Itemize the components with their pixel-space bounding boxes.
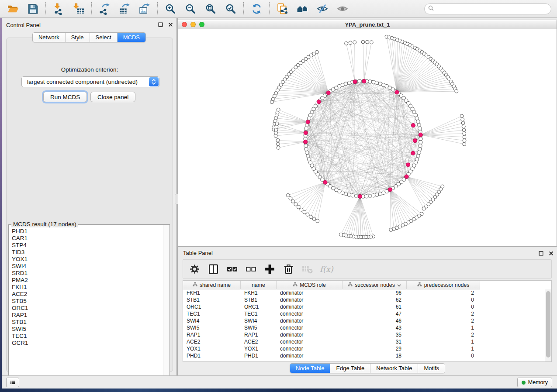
tab-node-table[interactable]: Node Table [290,364,330,373]
mcds-result-item[interactable]: FKH1 [12,284,163,291]
mcds-result-item[interactable]: PMA2 [12,277,163,284]
table-row[interactable]: SWI5SWI5connector431 [183,324,545,331]
settings-gear-icon[interactable] [188,263,201,275]
export-image-icon[interactable] [138,2,152,16]
network-canvas[interactable] [178,29,557,246]
mcds-result-item[interactable]: ORC1 [12,305,163,312]
add-column-icon[interactable] [263,263,276,275]
mcds-result-item[interactable]: STP4 [12,242,163,249]
table-toolbar: f(x) [183,259,552,279]
close-table-panel-icon[interactable] [548,251,554,256]
cell-name: RAP1 [241,332,277,338]
mcds-result-item[interactable]: TID3 [12,249,163,256]
column-header-name[interactable]: name [241,281,277,289]
tab-network[interactable]: Network [33,33,65,42]
import-table-icon[interactable] [72,2,86,16]
float-window-icon[interactable] [158,22,163,27]
mcds-result-item[interactable]: CAR1 [12,235,163,242]
select-all-icon[interactable] [226,263,238,275]
cell-predecessor_nodes: 2 [407,318,480,324]
close-panel-button[interactable]: Close panel [90,92,135,102]
tab-motifs[interactable]: Motifs [418,364,445,373]
import-network-icon[interactable] [52,2,66,16]
close-panel-icon[interactable] [168,22,173,27]
mcds-result-item[interactable]: ACE2 [12,291,163,298]
table-row[interactable]: TEC1TEC1connector472 [183,310,545,317]
search-box[interactable] [424,3,551,14]
refresh-layout-icon[interactable] [249,2,263,16]
cell-mcds_role: dominator [277,290,343,296]
memory-button[interactable]: Memory [517,378,552,387]
mcds-result-item[interactable]: STB1 [12,319,163,326]
export-network-icon[interactable] [97,2,111,16]
show-all-icon[interactable] [336,2,349,16]
network-window-titlebar[interactable]: YPA_prune.txt_1 [178,20,557,30]
search-icon [428,5,434,13]
list-icon [10,379,15,385]
tab-mcds[interactable]: MCDS [117,33,145,42]
column-header-shared-name[interactable]: shared name [183,281,241,289]
mcds-result-item[interactable]: SRD1 [12,270,163,277]
table-row[interactable]: RAP1RAP1dominator352 [183,331,545,338]
delete-table-icon [301,263,313,275]
cell-name: PHD1 [241,353,277,359]
mcds-result-item[interactable]: GCR1 [12,340,163,347]
mcds-result-item[interactable]: YOX1 [12,256,163,263]
new-network-from-selection-icon[interactable] [275,2,289,16]
hide-selected-icon[interactable] [315,2,329,16]
zoom-out-icon[interactable] [183,2,197,16]
task-history-button[interactable] [6,378,19,387]
mcds-result-item[interactable]: STB5 [12,298,163,305]
cell-mcds_role: connector [277,325,343,331]
save-session-icon[interactable] [26,2,40,16]
cell-name: YOX1 [241,346,277,352]
control-panel-tabbar: NetworkStyleSelectMCDS [2,32,176,42]
mcds-result-item[interactable]: SWI4 [12,263,163,270]
table-row[interactable]: ORC1ORC1dominator610 [183,303,545,310]
mcds-tab-content: Optimization criterion: largest connecte… [6,38,173,372]
column-header-successor-nodes[interactable]: successor nodes [343,281,407,289]
table-scrollbar[interactable] [545,289,551,361]
optimization-criterion-dropdown[interactable]: largest connected component (undirected) [21,76,159,87]
cell-shared_name: SWI5 [183,325,241,331]
table-row[interactable]: PHD1PHD1dominator180 [183,352,545,359]
open-file-icon[interactable] [6,2,20,16]
cell-name: FKH1 [241,290,277,296]
cell-predecessor_nodes: 0 [407,353,480,359]
cell-mcds_role: dominator [277,318,343,324]
search-input[interactable] [436,4,551,14]
float-table-panel-icon[interactable] [538,251,543,256]
mcds-result-item[interactable]: RAP1 [12,312,163,319]
table-row[interactable]: YOX1YOX1connector291 [183,345,545,352]
cell-predecessor_nodes: 0 [407,297,480,303]
zoom-selected-icon[interactable] [224,2,238,16]
deselect-all-icon[interactable] [245,263,257,275]
mcds-result-item[interactable]: SWI5 [12,326,163,333]
table-row[interactable]: STB1STB1dominator620 [183,296,545,303]
tab-select[interactable]: Select [90,33,117,42]
column-type-icon [348,282,353,288]
column-header-MCDS-role[interactable]: MCDS role [277,281,343,289]
export-table-icon[interactable] [118,2,131,16]
cell-mcds_role: dominator [277,332,343,338]
delete-column-icon[interactable] [282,263,294,275]
column-header-predecessor-nodes[interactable]: predecessor nodes [407,281,480,289]
table-scrollbar-thumb[interactable] [546,291,550,358]
tab-edge-table[interactable]: Edge Table [330,364,370,373]
table-row[interactable]: SWI4SWI4dominator462 [183,317,545,324]
cell-mcds_role: dominator [277,304,343,310]
cell-predecessor_nodes: 1 [407,346,480,352]
zoom-in-icon[interactable] [163,2,177,16]
tab-network-table[interactable]: Network Table [370,364,418,373]
show-column-icon[interactable] [207,263,219,275]
mcds-result-item[interactable]: PHD1 [12,228,163,235]
cell-successor_nodes: 61 [343,304,407,310]
mcds-result-item[interactable]: TEC1 [12,333,163,340]
tab-style[interactable]: Style [65,33,90,42]
run-mcds-button[interactable]: Run MCDS [43,92,87,102]
result-list-scrollbar[interactable] [163,225,169,385]
zoom-fit-icon[interactable] [204,2,218,16]
table-row[interactable]: FKH1FKH1dominator962 [183,289,545,296]
show-group-icon[interactable] [295,2,309,16]
table-row[interactable]: ACE2ACE2connector311 [183,338,545,345]
